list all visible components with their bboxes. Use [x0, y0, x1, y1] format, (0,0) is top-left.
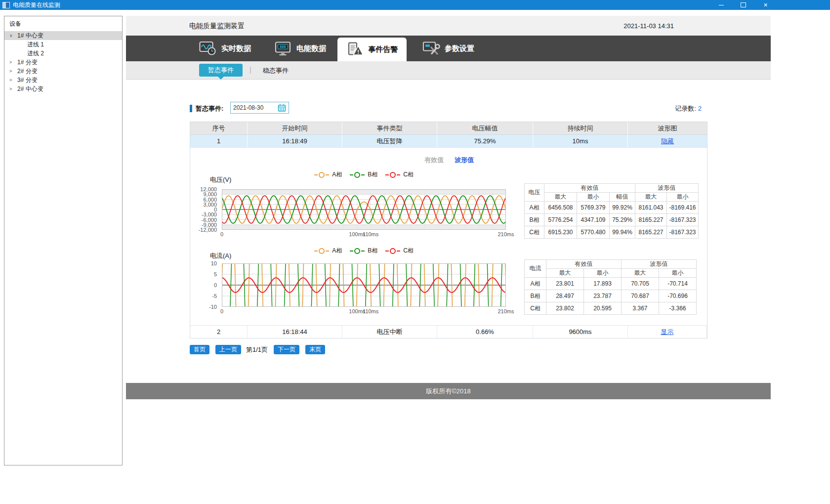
current-y-axis: 1050-5-10: [190, 263, 220, 307]
tree-item-2#-中心变[interactable]: >2# 中心变: [4, 84, 122, 93]
waveform-toggle[interactable]: 波形值: [455, 156, 474, 164]
legend-item-B相: B相: [350, 247, 377, 255]
chevron-right-icon[interactable]: >: [9, 84, 15, 93]
tree-item-2#-分变[interactable]: >2# 分变: [4, 67, 122, 76]
events-header-1: 开始时间: [248, 122, 342, 134]
date-input[interactable]: [231, 104, 278, 112]
chevron-right-icon[interactable]: >: [9, 76, 15, 84]
value-mode-toggle: 有效值波形值: [190, 156, 708, 165]
settings-icon: [422, 41, 440, 56]
current-x-axis: 0100ms110ms210ms: [222, 308, 506, 315]
record-count: 记录数:2: [675, 104, 702, 113]
legend-item-A相: A相: [314, 170, 342, 179]
chevron-down-icon[interactable]: ∨: [9, 31, 15, 40]
tab-事件告警[interactable]: !事件告警: [337, 38, 407, 61]
event1-hide-waveform-link[interactable]: 隐藏: [661, 137, 674, 145]
window-titlebar: 电能质量在线监测 ✕: [0, 0, 830, 10]
maximize-button[interactable]: [732, 0, 754, 10]
filter-label: 暂态事件:: [196, 104, 223, 113]
event1-duration: 10ms: [533, 135, 628, 147]
current-chart-title: 电流(A): [210, 252, 231, 260]
legend-marker-icon: [354, 172, 360, 178]
legend-marker-icon: [319, 172, 325, 178]
voltage-chart-title: 电压(V): [210, 175, 231, 184]
legend-marker-icon: [319, 248, 325, 254]
events-header-4: 持续时间: [533, 122, 628, 134]
x-tick-label: 110ms: [357, 308, 384, 314]
subtab-bar: 暂态事件 | 稳态事件: [126, 61, 771, 80]
svg-text:888: 888: [280, 45, 286, 49]
tab-电能数据[interactable]: 888电能数据: [274, 36, 326, 61]
legend-marker-icon: [390, 248, 396, 254]
page-indicator: 第1/1页: [246, 345, 268, 354]
events-table: 序号开始时间事件类型电压幅值持续时间波形图 1 16:18:49 电压暂降 75…: [190, 122, 707, 338]
device-tree: ∨1# 中心变进线 1进线 2>1# 分变>2# 分变>3# 分变>2# 中心变: [4, 31, 122, 93]
first-page-button[interactable]: 首页: [190, 345, 209, 354]
waveform-detail-panel: 有效值波形值 A相B相C相 电压(V) 12,0009,0006,0003,00…: [190, 147, 707, 325]
main-area: 电能质量监测装置 2021-11-03 14:31 实时数据888电能数据!事件…: [126, 16, 771, 470]
x-tick-label: 210ms: [492, 231, 520, 237]
subtab-transient-events[interactable]: 暂态事件: [199, 64, 243, 77]
tab-实时数据[interactable]: 实时数据: [199, 36, 251, 61]
chevron-right-icon[interactable]: >: [9, 67, 15, 76]
alarm-icon: !: [346, 42, 364, 57]
energy-icon: 888: [274, 41, 292, 56]
calendar-icon[interactable]: [278, 104, 286, 112]
event2-show-waveform-link[interactable]: 显示: [661, 328, 674, 336]
rms-toggle[interactable]: 有效值: [424, 156, 444, 164]
event2-magnitude: 0.66%: [437, 326, 533, 338]
date-picker[interactable]: [230, 102, 289, 114]
chevron-right-icon[interactable]: >: [9, 58, 15, 67]
minimize-button[interactable]: [710, 0, 732, 10]
tree-item-进线-1[interactable]: 进线 1: [4, 40, 122, 49]
svg-text:!: !: [357, 49, 359, 55]
events-header-3: 电压幅值: [437, 122, 533, 134]
tab-参数设置[interactable]: 参数设置: [422, 36, 474, 61]
legend-item-A相: A相: [314, 247, 342, 255]
y-tick-label: 5: [214, 271, 217, 277]
tree-item-进线-2[interactable]: 进线 2: [4, 49, 122, 58]
legend-marker-icon: [390, 172, 396, 178]
events-table-header: 序号开始时间事件类型电压幅值持续时间波形图: [190, 122, 707, 134]
event-row-1[interactable]: 1 16:18:49 电压暂降 75.29% 10ms 隐藏: [190, 134, 707, 147]
legend-item-B相: B相: [350, 170, 377, 179]
last-page-button[interactable]: 末页: [305, 345, 325, 354]
event-row-2[interactable]: 2 16:18:44 电压中断 0.66% 9600ms 显示: [190, 325, 707, 338]
x-tick-label: 110ms: [357, 231, 384, 237]
prev-page-button[interactable]: 上一页: [215, 345, 241, 354]
event1-type: 电压暂降: [342, 135, 437, 147]
current-stats-table: 电流有效值波形值最大最小最大最小A相23.80117.89370.705-70.…: [524, 259, 697, 315]
voltage-x-axis: 0100ms110ms210ms: [222, 231, 506, 238]
tree-item-3#-分变[interactable]: >3# 分变: [4, 76, 122, 84]
x-tick-label: 0: [208, 308, 236, 314]
close-button[interactable]: ✕: [754, 0, 777, 10]
page-header: 电能质量监测装置 2021-11-03 14:31: [126, 16, 771, 36]
legend-item-C相: C相: [385, 247, 414, 255]
next-page-button[interactable]: 下一页: [274, 345, 299, 354]
y-tick-label: -5: [212, 293, 217, 299]
filter-accent-bar: [190, 105, 192, 112]
current-legend: A相B相C相: [222, 247, 506, 255]
record-count-label: 记录数:: [675, 105, 696, 112]
x-tick-label: 210ms: [492, 308, 520, 314]
subtab-steady-events[interactable]: 稳态事件: [263, 66, 289, 75]
x-tick-label: 0: [208, 231, 236, 237]
tree-item-1#-中心变[interactable]: ∨1# 中心变: [4, 31, 122, 40]
event1-seq: 1: [190, 135, 248, 147]
event2-type: 电压中断: [342, 326, 437, 338]
page-title: 电能质量监测装置: [189, 22, 245, 31]
device-tree-panel: 设备 ∨1# 中心变进线 1进线 2>1# 分变>2# 分变>3# 分变>2# …: [4, 16, 123, 465]
copyright-text: 版权所有©2018: [426, 387, 471, 396]
events-header-0: 序号: [190, 122, 248, 134]
main-tabbar: 实时数据888电能数据!事件告警参数设置: [126, 36, 771, 61]
legend-item-C相: C相: [385, 170, 414, 179]
current-datetime: 2021-11-03 14:31: [623, 22, 674, 30]
event1-start-time: 16:18:49: [248, 135, 342, 147]
event2-start-time: 16:18:44: [248, 326, 342, 338]
record-count-value: 2: [698, 105, 702, 112]
voltage-waveform-chart: [222, 189, 506, 230]
event2-duration: 9600ms: [533, 326, 628, 338]
realtime-icon: [199, 41, 217, 56]
tree-item-1#-分变[interactable]: >1# 分变: [4, 58, 122, 67]
device-tree-title: 设备: [4, 16, 122, 31]
